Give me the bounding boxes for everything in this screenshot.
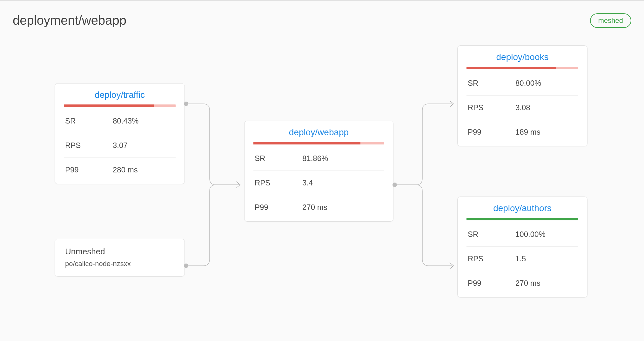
metric-row-p99: P99 270 ms: [253, 195, 384, 219]
metric-label-p99: P99: [468, 128, 506, 137]
metric-label-sr: SR: [468, 79, 506, 88]
node-authors-metrics: SR 100.00% RPS 1.5 P99 270 ms: [458, 222, 587, 297]
node-traffic-metrics: SR 80.43% RPS 3.07 P99 280 ms: [55, 109, 184, 184]
node-webapp-title[interactable]: deploy/webapp: [245, 121, 393, 142]
metric-row-rps: RPS 1.5: [466, 247, 578, 271]
node-webapp-bar: [253, 142, 384, 144]
node-traffic-bar: [64, 104, 176, 107]
metric-value-sr: 100.00%: [506, 230, 577, 239]
metric-row-rps: RPS 3.08: [466, 96, 578, 120]
metric-row-sr: SR 80.00%: [466, 71, 578, 96]
metric-value-rps: 1.5: [506, 254, 577, 263]
metric-label-rps: RPS: [255, 178, 293, 187]
node-books-metrics: SR 80.00% RPS 3.08 P99 189 ms: [458, 71, 587, 146]
metric-label-p99: P99: [65, 165, 103, 174]
metric-label-rps: RPS: [468, 254, 506, 263]
metric-row-sr: SR 81.86%: [253, 146, 384, 171]
metric-value-p99: 280 ms: [103, 165, 174, 174]
node-authors-bar: [466, 218, 578, 220]
node-authors-title[interactable]: deploy/authors: [458, 197, 587, 218]
node-webapp: deploy/webapp SR 81.86% RPS 3.4 P99 270 …: [244, 121, 393, 222]
metric-row-rps: RPS 3.07: [64, 133, 176, 158]
metric-value-rps: 3.07: [103, 141, 174, 150]
metric-value-p99: 270 ms: [293, 203, 383, 212]
metric-row-p99: P99 280 ms: [64, 158, 176, 182]
node-unmeshed: Unmeshed po/calico-node-nzsxx: [55, 239, 185, 277]
metric-value-p99: 270 ms: [506, 279, 577, 288]
node-authors: deploy/authors SR 100.00% RPS 1.5 P99 27…: [457, 197, 587, 298]
node-traffic: deploy/traffic SR 80.43% RPS 3.07 P99 28…: [55, 83, 185, 184]
metric-value-sr: 80.43%: [103, 117, 174, 125]
metric-value-p99: 189 ms: [506, 128, 577, 137]
unmeshed-title: Unmeshed: [55, 239, 184, 260]
node-webapp-metrics: SR 81.86% RPS 3.4 P99 270 ms: [245, 146, 393, 221]
node-books: deploy/books SR 80.00% RPS 3.08 P99 189 …: [457, 45, 587, 146]
metric-label-rps: RPS: [65, 141, 103, 150]
metric-label-sr: SR: [65, 117, 103, 125]
metric-label-p99: P99: [255, 203, 293, 212]
metric-label-sr: SR: [255, 154, 293, 163]
metric-row-sr: SR 80.43%: [64, 109, 176, 133]
metric-label-rps: RPS: [468, 103, 506, 112]
metric-row-p99: P99 189 ms: [466, 120, 578, 144]
node-traffic-title[interactable]: deploy/traffic: [55, 84, 184, 104]
metric-value-rps: 3.08: [506, 103, 577, 112]
metric-label-sr: SR: [468, 230, 506, 239]
metric-value-sr: 81.86%: [293, 154, 383, 163]
unmeshed-subtitle: po/calico-node-nzsxx: [55, 260, 184, 276]
metric-row-rps: RPS 3.4: [253, 171, 384, 195]
metric-value-sr: 80.00%: [506, 79, 577, 88]
node-books-title[interactable]: deploy/books: [458, 46, 587, 67]
node-books-bar: [466, 67, 578, 69]
topology-canvas: deploy/traffic SR 80.43% RPS 3.07 P99 28…: [0, 1, 644, 341]
metric-label-p99: P99: [468, 279, 506, 288]
metric-row-sr: SR 100.00%: [466, 222, 578, 247]
metric-row-p99: P99 270 ms: [466, 271, 578, 295]
metric-value-rps: 3.4: [293, 178, 383, 187]
